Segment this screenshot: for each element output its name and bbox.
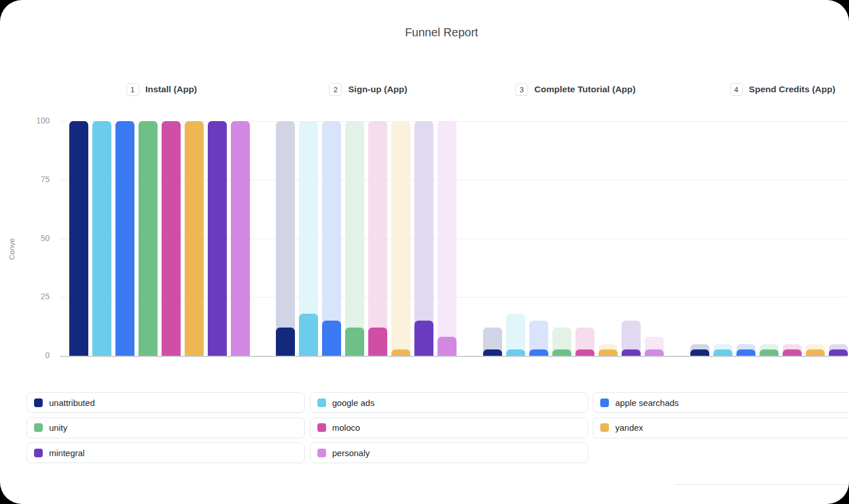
legend-item-unity[interactable]: unity [27,418,305,438]
legend-label-mintegral: mintegral [49,448,85,458]
legend-swatch-moloco [317,423,326,432]
legend-label-yandex: yandex [615,423,643,432]
legend-item-unattributed[interactable]: unattributed [27,392,305,413]
legend-item-moloco[interactable]: moloco [310,418,588,438]
funnel-report-card: Funnel Report Conve 02550751001Install (… [0,0,849,504]
legend: unattributedunitymintegralgoogle adsmolo… [0,0,849,504]
legend-label-google-ads: google ads [332,398,375,408]
legend-item-mintegral[interactable]: mintegral [27,442,305,463]
legend-label-apple-searchads: apple searchads [615,398,679,408]
legend-item-partial [674,484,849,502]
legend-swatch-unity [34,423,43,432]
legend-swatch-yandex [600,423,609,432]
legend-item-apple-searchads[interactable]: apple searchads [593,392,849,413]
legend-label-unattributed: unattributed [49,398,95,408]
legend-item-yandex[interactable]: yandex [593,418,849,438]
legend-label-moloco: moloco [332,423,360,432]
legend-item-google-ads[interactable]: google ads [310,392,588,413]
legend-swatch-unattributed [34,398,43,407]
legend-item-personaly[interactable]: personaly [310,442,588,463]
legend-label-personaly: personaly [332,448,370,458]
legend-swatch-personaly [317,449,326,457]
legend-label-unity: unity [49,423,68,432]
legend-swatch-google-ads [317,398,326,407]
legend-swatch-mintegral [34,449,43,457]
legend-swatch-apple-searchads [600,398,609,407]
